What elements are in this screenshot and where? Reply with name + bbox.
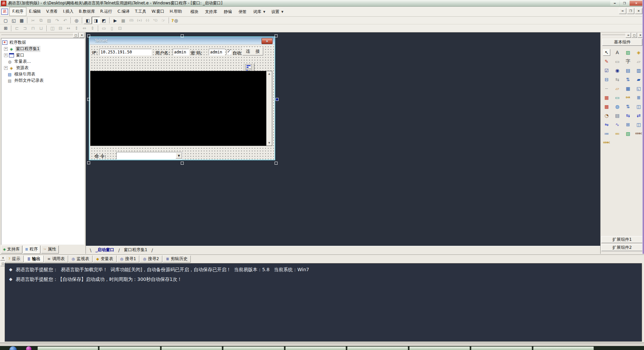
component-split-panel-icon[interactable]: ◫: [635, 121, 642, 128]
dropdown-arrow-icon[interactable]: ▼: [281, 10, 283, 13]
output-tab-搜寻2[interactable]: ◎搜寻2: [140, 255, 162, 262]
component-text-label-icon[interactable]: 字: [624, 58, 632, 65]
output-tab-搜寻1[interactable]: ◎搜寻1: [117, 255, 140, 262]
form-design-surface[interactable]: IP: 用户名: 密 码: ✓ 自动 连 接 ▲ ▼: [90, 44, 275, 160]
client-component-icon[interactable]: [246, 64, 252, 69]
component-server-socket-icon[interactable]: ⇄: [635, 112, 642, 119]
output-tab-输出[interactable]: ≣输出: [24, 255, 44, 262]
taskbar-button[interactable]: [471, 346, 532, 350]
component-slider-icon[interactable]: ┄: [603, 85, 610, 92]
component-label-icon[interactable]: A: [614, 49, 621, 56]
tree-item-资源表[interactable]: +◈资源表: [2, 65, 84, 71]
taskbar-button[interactable]: [347, 346, 408, 350]
component-tab-control-icon[interactable]: ▱: [614, 85, 621, 92]
menu-W.窗口[interactable]: W.窗口: [149, 7, 167, 16]
output-tab-提示[interactable]: ?提示: [5, 255, 24, 262]
tree-item-常量表...[interactable]: ◍常量表...: [2, 58, 84, 65]
component-internet-box-icon[interactable]: ◍: [614, 103, 621, 110]
component-draw-board-icon[interactable]: ✎: [603, 58, 610, 65]
plugin-menu-静编[interactable]: 静编: [220, 8, 235, 16]
scroll-down-icon[interactable]: ▼: [267, 141, 272, 145]
component-pointer-icon[interactable]: ↖: [603, 49, 610, 56]
extended-components-2-button[interactable]: 扩展组件2: [601, 244, 643, 251]
password-input[interactable]: [209, 49, 225, 55]
form-title-bar[interactable]: Telnet ✕: [90, 37, 275, 44]
menu-E.编辑[interactable]: E.编辑: [26, 7, 43, 16]
help-find-button[interactable]: ?◎: [171, 17, 179, 24]
handle-top-mid[interactable]: [181, 34, 184, 37]
menu-V.查看[interactable]: V.查看: [43, 7, 60, 16]
plugin-menu-词库[interactable]: 词库: [250, 8, 265, 16]
tree-item-模块引用表[interactable]: ▤模块引用表: [2, 71, 84, 77]
component-month-calendar-icon[interactable]: ▦: [603, 94, 610, 101]
auto-checkbox[interactable]: ✓: [226, 50, 231, 55]
terminal-edit-box[interactable]: ▲ ▼: [90, 71, 272, 146]
component-list-view-icon[interactable]: ▤: [624, 67, 632, 74]
child-minimize-button[interactable]: ━: [619, 8, 626, 14]
component-document-icon[interactable]: ≣: [635, 94, 642, 101]
component-pager-icon[interactable]: ⇅: [624, 103, 632, 110]
component-edit-box-icon[interactable]: ▭: [614, 94, 621, 101]
panel-grip[interactable]: [602, 35, 625, 36]
layout-horizontal-button[interactable]: ◨: [92, 17, 100, 24]
component-combo-box-icon[interactable]: ⊟: [603, 76, 610, 83]
handle-bottom-left[interactable]: [87, 161, 90, 164]
component-image-list-icon[interactable]: ▧: [624, 130, 632, 137]
component-check-box-icon[interactable]: ☑: [603, 67, 610, 74]
component-color-palette-icon[interactable]: ▩: [603, 103, 610, 110]
component-odbc-icon[interactable]: ODBC: [635, 130, 642, 137]
tree-root[interactable]: e 程序数据: [2, 39, 84, 46]
component-browser-box-icon[interactable]: ◱: [635, 85, 642, 92]
plugin-menu-便签[interactable]: 便签: [235, 8, 250, 16]
component-form-grid-icon[interactable]: ◫: [635, 103, 642, 110]
menu-B.数据库[interactable]: B.数据库: [76, 7, 98, 16]
layout-cascade-button[interactable]: ◧: [84, 17, 92, 24]
panel-tab-支持库[interactable]: ◈支持库: [1, 245, 22, 253]
scroll-up-icon[interactable]: ▲: [267, 71, 272, 76]
component-timer-icon[interactable]: ◔: [603, 112, 610, 119]
minimize-button[interactable]: ━: [610, 1, 619, 6]
taskbar-button[interactable]: [409, 346, 470, 350]
component-client-socket-icon[interactable]: ⇆: [624, 112, 632, 119]
component-radio-button-icon[interactable]: ◉: [614, 67, 621, 74]
open-button[interactable]: ◱: [10, 17, 18, 24]
form-designer-window[interactable]: Telnet ✕ IP: 用户名: 密 码: ✓ 自动 连 接: [90, 37, 275, 160]
component-connector-icon[interactable]: ∿: [614, 121, 621, 128]
save-button[interactable]: ▦: [18, 17, 26, 24]
expander-icon[interactable]: +: [4, 47, 8, 51]
component-picture-box-icon[interactable]: ▨: [624, 49, 632, 56]
basic-components-button[interactable]: 基本组件: [602, 39, 642, 46]
find-button[interactable]: ◎: [72, 17, 80, 24]
layout-vertical-button[interactable]: ◩: [100, 17, 108, 24]
tray-app-icon[interactable]: [26, 346, 31, 350]
component-printer-icon[interactable]: ▤: [614, 112, 621, 119]
menu-H.帮助[interactable]: H.帮助: [167, 7, 185, 16]
taskbar-button[interactable]: [161, 346, 222, 350]
component-date-box-icon[interactable]: ▦: [624, 85, 632, 92]
taskbar-button[interactable]: [223, 346, 284, 350]
component-datagram-socket-icon[interactable]: ⇋: [603, 121, 610, 128]
component-dir-box-icon[interactable]: DIR: [624, 94, 632, 101]
tree-item-窗口程序集1[interactable]: +◈窗口程序集1: [2, 46, 84, 52]
maximize-panel-button[interactable]: □: [632, 33, 637, 38]
taskbar-button[interactable]: [285, 346, 346, 350]
menu-I.插入[interactable]: I.插入: [60, 7, 76, 16]
component-tree-list-icon[interactable]: ≔: [603, 130, 610, 137]
handle-mid-right[interactable]: [276, 98, 279, 101]
tree-item-窗口[interactable]: +窗口: [2, 52, 84, 58]
start-orb-icon[interactable]: [9, 346, 17, 350]
component-data-grid-icon[interactable]: ⊞: [624, 121, 632, 128]
combo-dropdown-icon[interactable]: ▼: [176, 153, 182, 159]
output-tab-剪辑历史[interactable]: ≣剪辑历史: [163, 255, 191, 262]
handle-bottom-mid[interactable]: [181, 162, 184, 165]
extended-components-1-button[interactable]: 扩展组件1: [601, 236, 643, 243]
output-tab-监视表[interactable]: ◎监视表: [68, 255, 93, 262]
component-progress-bar-icon[interactable]: ▰: [635, 76, 642, 83]
taskbar-button[interactable]: [99, 346, 160, 350]
tree-item-外部文件记录表[interactable]: ▤外部文件记录表: [2, 77, 84, 84]
child-close-button[interactable]: ✕: [635, 8, 642, 14]
handle-mid-left[interactable]: [87, 98, 90, 101]
taskbar-button[interactable]: [533, 346, 594, 350]
terminal-scrollbar[interactable]: ▲ ▼: [266, 71, 272, 146]
run-button[interactable]: ▶: [111, 17, 119, 24]
